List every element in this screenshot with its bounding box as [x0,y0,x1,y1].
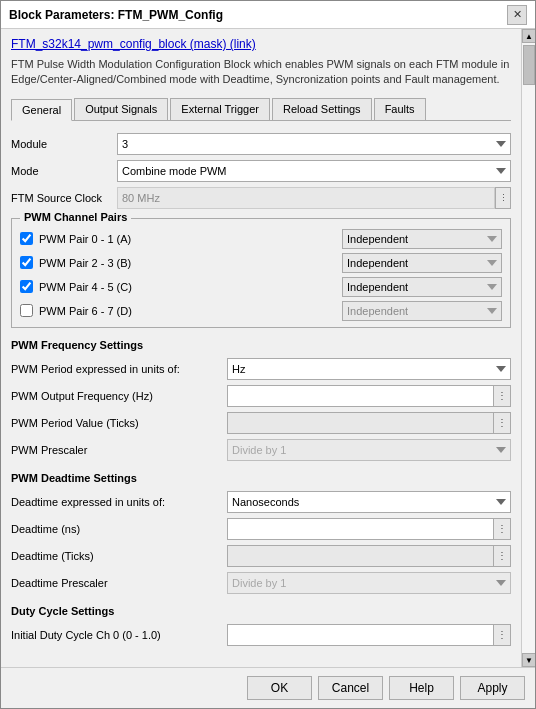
ok-button[interactable]: OK [247,676,312,700]
deadtime-ns-btn[interactable]: ⋮ [493,518,511,540]
freq-unit-label: PWM Period expressed in units of: [11,363,221,375]
period-ticks-row: PWM Period Value (Ticks) 8000 ⋮ [11,412,511,434]
freq-unit-select[interactable]: Hz Ticks Seconds [227,358,511,380]
tab-output-signals[interactable]: Output Signals [74,98,168,120]
output-freq-row: PWM Output Frequency (Hz) 10000 ⋮ [11,385,511,407]
deadtime-ns-field-group: 500 ⋮ [227,518,511,540]
period-ticks-input[interactable]: 8000 [227,412,493,434]
scroll-up-btn[interactable]: ▲ [522,29,535,43]
ftm-source-label: FTM Source Clock [11,192,111,204]
deadtime-prescaler-label: Deadtime Prescaler [11,577,221,589]
deadtime-ns-label: Deadtime (ns) [11,523,221,535]
pair-0-label: PWM Pair 0 - 1 (A) [39,233,336,245]
module-select[interactable]: 3 [117,133,511,155]
mode-row: Mode Combine mode PWM [11,160,511,182]
pair-0-checkbox[interactable] [20,232,33,245]
deadtime-ticks-input[interactable]: 40 [227,545,493,567]
block-title: FTM_s32k14_pwm_config_block (mask) (link… [11,37,511,51]
deadtime-settings-header: PWM Deadtime Settings [11,472,511,484]
initial-duty-input[interactable]: 0.1 [227,624,493,646]
pwm-prescaler-select[interactable]: Divide by 1 [227,439,511,461]
scroll-track [522,43,535,653]
deadtime-unit-select[interactable]: Nanoseconds Ticks [227,491,511,513]
deadtime-unit-label: Deadtime expressed in units of: [11,496,221,508]
period-ticks-btn[interactable]: ⋮ [493,412,511,434]
tab-external-trigger[interactable]: External Trigger [170,98,270,120]
pair-1-label: PWM Pair 2 - 3 (B) [39,257,336,269]
freq-settings-header: PWM Frequency Settings [11,339,511,351]
pwm-channel-pairs-content: PWM Pair 0 - 1 (A) Independent PWM Pair … [20,229,502,321]
mode-select[interactable]: Combine mode PWM [117,160,511,182]
pair-row-2: PWM Pair 4 - 5 (C) Independent [20,277,502,297]
close-button[interactable]: ✕ [507,5,527,25]
pair-2-checkbox[interactable] [20,280,33,293]
freq-unit-row: PWM Period expressed in units of: Hz Tic… [11,358,511,380]
ftm-source-value: 80 MHz [117,187,495,209]
initial-duty-btn[interactable]: ⋮ [493,624,511,646]
tabs-container: General Output Signals External Trigger … [11,98,511,121]
module-label: Module [11,138,111,150]
help-button[interactable]: Help [389,676,454,700]
output-freq-btn[interactable]: ⋮ [493,385,511,407]
deadtime-ticks-btn[interactable]: ⋮ [493,545,511,567]
scroll-thumb[interactable] [523,45,535,85]
ftm-source-row: FTM Source Clock 80 MHz ⋮ [11,187,511,209]
module-row: Module 3 [11,133,511,155]
output-freq-label: PWM Output Frequency (Hz) [11,390,221,402]
period-ticks-field-group: 8000 ⋮ [227,412,511,434]
pair-row-3: PWM Pair 6 - 7 (D) Independent [20,301,502,321]
initial-duty-field-group: 0.1 ⋮ [227,624,511,646]
tab-general[interactable]: General [11,99,72,121]
deadtime-ticks-row: Deadtime (Ticks) 40 ⋮ [11,545,511,567]
pair-2-select[interactable]: Independent [342,277,502,297]
pair-2-label: PWM Pair 4 - 5 (C) [39,281,336,293]
cancel-button[interactable]: Cancel [318,676,383,700]
pwm-prescaler-row: PWM Prescaler Divide by 1 [11,439,511,461]
title-bar: Block Parameters: FTM_PWM_Config ✕ [1,1,535,29]
scrollbar[interactable]: ▲ ▼ [521,29,535,667]
pwm-channel-pairs-group: PWM Channel Pairs PWM Pair 0 - 1 (A) Ind… [11,218,511,328]
description: FTM Pulse Width Modulation Configuration… [11,57,511,88]
tab-faults[interactable]: Faults [374,98,426,120]
window-title: Block Parameters: FTM_PWM_Config [9,8,223,22]
deadtime-prescaler-select[interactable]: Divide by 1 [227,572,511,594]
pair-0-select[interactable]: Independent [342,229,502,249]
pwm-prescaler-label: PWM Prescaler [11,444,221,456]
pair-3-select[interactable]: Independent [342,301,502,321]
deadtime-unit-row: Deadtime expressed in units of: Nanoseco… [11,491,511,513]
initial-duty-row: Initial Duty Cycle Ch 0 (0 - 1.0) 0.1 ⋮ [11,624,511,646]
output-freq-field-group: 10000 ⋮ [227,385,511,407]
apply-button[interactable]: Apply [460,676,525,700]
pair-row-0: PWM Pair 0 - 1 (A) Independent [20,229,502,249]
form-section: Module 3 Mode Combine mode PWM FTM Sourc… [11,133,511,646]
pair-row-1: PWM Pair 2 - 3 (B) Independent [20,253,502,273]
pair-3-label: PWM Pair 6 - 7 (D) [39,305,336,317]
output-freq-input[interactable]: 10000 [227,385,493,407]
pair-3-checkbox[interactable] [20,304,33,317]
period-ticks-label: PWM Period Value (Ticks) [11,417,221,429]
scroll-down-btn[interactable]: ▼ [522,653,535,667]
block-title-link[interactable]: FTM_s32k14_pwm_config_block (mask) (link… [11,37,256,51]
footer: OK Cancel Help Apply [1,667,535,708]
tab-reload-settings[interactable]: Reload Settings [272,98,372,120]
deadtime-prescaler-row: Deadtime Prescaler Divide by 1 [11,572,511,594]
mode-label: Mode [11,165,111,177]
deadtime-ticks-label: Deadtime (Ticks) [11,550,221,562]
deadtime-ns-input[interactable]: 500 [227,518,493,540]
pwm-channel-pairs-title: PWM Channel Pairs [20,211,131,223]
main-window: Block Parameters: FTM_PWM_Config ✕ FTM_s… [0,0,536,709]
content-area: FTM_s32k14_pwm_config_block (mask) (link… [1,29,521,667]
deadtime-ns-row: Deadtime (ns) 500 ⋮ [11,518,511,540]
pair-1-checkbox[interactable] [20,256,33,269]
initial-duty-label: Initial Duty Cycle Ch 0 (0 - 1.0) [11,629,221,641]
ftm-source-btn[interactable]: ⋮ [495,187,511,209]
duty-cycle-header: Duty Cycle Settings [11,605,511,617]
deadtime-ticks-field-group: 40 ⋮ [227,545,511,567]
pair-1-select[interactable]: Independent [342,253,502,273]
